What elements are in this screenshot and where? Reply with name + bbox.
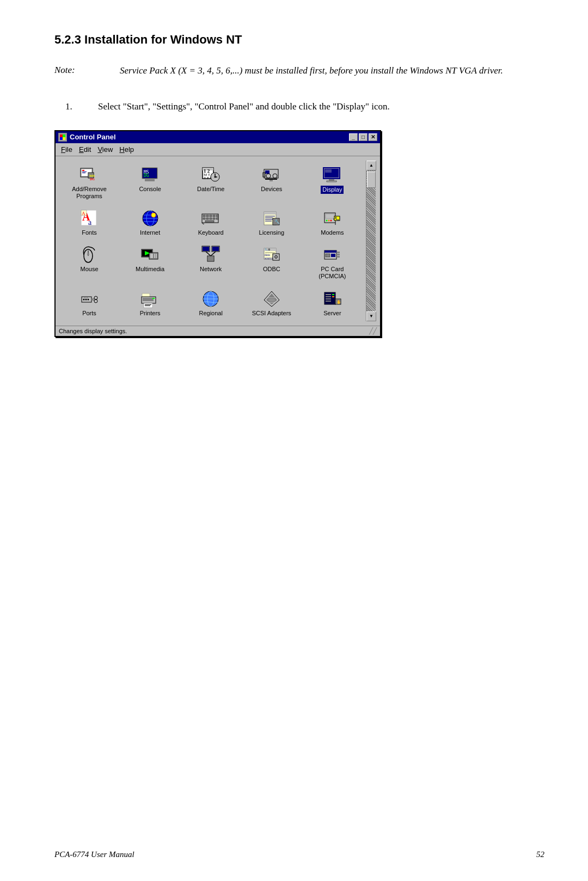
svg-rect-146 — [326, 296, 331, 297]
svg-rect-116 — [326, 254, 330, 257]
icon-keyboard[interactable]: Keyboard — [183, 206, 238, 238]
step-list: 1. Select "Start", "Settings", "Control … — [65, 100, 544, 114]
page-footer: PCA-6774 User Manual 52 — [54, 850, 544, 859]
icon-devices[interactable]: Devices — [244, 163, 299, 202]
icon-licensing[interactable]: 🔧 Licensing — [244, 206, 299, 238]
icon-regional[interactable]: Regional — [183, 287, 238, 319]
window-controls[interactable]: _ □ ✕ — [349, 133, 377, 141]
svg-rect-95 — [203, 247, 209, 251]
regional-icon — [201, 289, 220, 309]
svg-point-121 — [88, 298, 89, 300]
modems-icon: 📞 — [322, 209, 342, 228]
network-label: Network — [200, 266, 222, 273]
resize-indicator[interactable]: ╱╱ — [369, 327, 377, 335]
icon-ports[interactable]: Ports — [62, 287, 117, 319]
multimedia-icon — [140, 245, 160, 265]
mouse-label: Mouse — [80, 266, 98, 273]
icon-display[interactable]: Display — [305, 163, 359, 202]
svg-rect-97 — [212, 247, 219, 251]
svg-point-32 — [266, 174, 271, 178]
svg-rect-59 — [203, 218, 205, 219]
menu-edit[interactable]: Edit — [76, 144, 94, 155]
scroll-thumb[interactable] — [367, 172, 376, 188]
svg-text:source: source — [265, 256, 273, 260]
svg-rect-62 — [213, 218, 215, 219]
control-panel-window: Control Panel _ □ ✕ File Edit View Help — [54, 130, 381, 337]
svg-text:🔧⚙: 🔧⚙ — [265, 248, 271, 252]
svg-point-127 — [94, 299, 97, 303]
svg-rect-148 — [326, 301, 331, 302]
regional-label: Regional — [199, 310, 222, 317]
svg-text:DG: DG — [144, 173, 149, 178]
svg-rect-130 — [143, 298, 154, 301]
status-bar: Changes display settings. ╱╱ — [56, 326, 380, 336]
icon-datetime[interactable]: 1 2 M T W T F S Date/Time — [183, 163, 238, 202]
svg-rect-99 — [208, 256, 213, 261]
svg-rect-61 — [210, 218, 212, 219]
scroll-track[interactable] — [366, 170, 376, 311]
pccard-icon — [322, 245, 342, 265]
icon-modems[interactable]: 📞 Modems — [305, 206, 359, 238]
svg-text:a: a — [88, 218, 92, 227]
svg-line-101 — [211, 252, 216, 256]
ports-label: Ports — [82, 310, 96, 317]
svg-rect-113 — [336, 252, 340, 253]
internet-label: Internet — [140, 229, 160, 236]
icon-server[interactable]: ✋ Server — [305, 287, 359, 319]
display-icon — [322, 165, 342, 185]
svg-rect-35 — [263, 173, 265, 177]
note-text: Service Pack X (X = 3, 4, 5, 6,...) must… — [120, 63, 503, 78]
icon-mouse[interactable]: Mouse — [62, 243, 117, 282]
svg-rect-18 — [145, 179, 155, 181]
devices-label: Devices — [261, 186, 282, 193]
icon-multimedia[interactable]: Multimedia — [123, 243, 177, 282]
icon-console[interactable]: MS DG Console — [123, 163, 177, 202]
svg-point-76 — [326, 220, 328, 222]
status-text: Changes display settings. — [59, 328, 127, 334]
svg-rect-57 — [213, 215, 215, 217]
svg-rect-8 — [82, 172, 87, 172]
menu-view[interactable]: View — [94, 144, 116, 155]
step-num: 1. — [65, 100, 98, 114]
server-label: Server — [323, 310, 341, 317]
menu-file[interactable]: File — [58, 144, 76, 155]
svg-rect-147 — [326, 298, 331, 299]
note-label: Note: — [54, 63, 120, 78]
scroll-up-button[interactable]: ▲ — [366, 161, 376, 170]
svg-rect-134 — [152, 298, 155, 299]
close-button[interactable]: ✕ — [369, 133, 377, 141]
svg-rect-64 — [205, 221, 214, 222]
odbc-label: ODBC — [263, 266, 280, 273]
svg-rect-63 — [216, 218, 218, 219]
svg-rect-115 — [336, 256, 340, 258]
window-content: MS DG Add/RemovePrograms MS DG — [56, 156, 380, 326]
odbc-icon: 🔧⚙ data source ⚙ — [262, 245, 281, 265]
svg-point-28 — [215, 176, 216, 178]
maximize-button[interactable]: □ — [359, 133, 367, 141]
add-remove-label: Add/RemovePrograms — [72, 186, 107, 200]
footer-left: PCA-6774 User Manual — [54, 850, 134, 859]
licensing-icon: 🔧 — [262, 209, 281, 228]
svg-rect-149 — [332, 294, 334, 295]
icon-internet[interactable]: Internet — [123, 206, 177, 238]
scroll-down-button[interactable]: ▼ — [366, 311, 376, 321]
section-title: 5.2.3 Installation for Windows NT — [54, 33, 544, 47]
menu-bar: File Edit View Help — [56, 143, 380, 156]
svg-rect-1 — [60, 134, 63, 137]
network-icon — [201, 245, 220, 265]
icon-fonts[interactable]: A a A Fonts — [62, 206, 117, 238]
icon-add-remove-programs[interactable]: MS DG Add/RemovePrograms — [62, 163, 117, 202]
title-bar[interactable]: Control Panel _ □ ✕ — [56, 131, 380, 143]
step-item-1: 1. Select "Start", "Settings", "Control … — [65, 100, 544, 114]
icon-pccard[interactable]: PC Card(PCMCIA) — [305, 243, 359, 282]
menu-help[interactable]: Help — [116, 144, 137, 155]
scrollbar[interactable]: ▲ ▼ — [366, 161, 376, 321]
svg-point-125 — [94, 296, 97, 299]
icon-printers[interactable]: Printers — [123, 287, 177, 319]
step-text: Select "Start", "Settings", "Control Pan… — [98, 100, 544, 114]
minimize-button[interactable]: _ — [349, 133, 358, 141]
icon-odbc[interactable]: 🔧⚙ data source ⚙ ODBC — [244, 243, 299, 282]
icon-network[interactable]: Network — [183, 243, 238, 282]
datetime-icon: 1 2 M T W T F S — [201, 165, 220, 185]
icon-scsi[interactable]: SCSI Adapters — [244, 287, 299, 319]
